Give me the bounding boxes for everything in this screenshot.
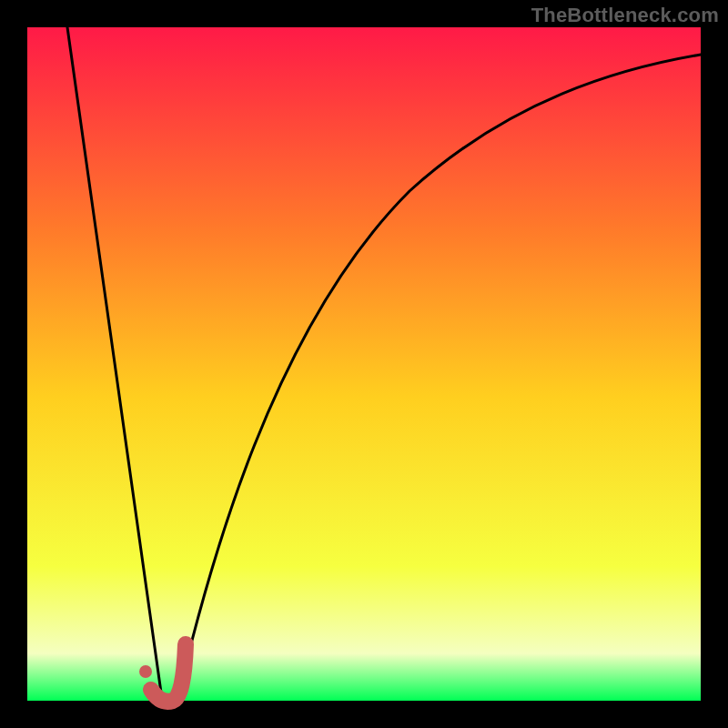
chart-svg <box>0 0 728 728</box>
plot-background <box>27 27 701 701</box>
highlight-dot-icon <box>139 665 152 678</box>
chart-frame: { "watermark": "TheBottleneck.com", "col… <box>0 0 728 728</box>
watermark-text: TheBottleneck.com <box>531 4 719 27</box>
